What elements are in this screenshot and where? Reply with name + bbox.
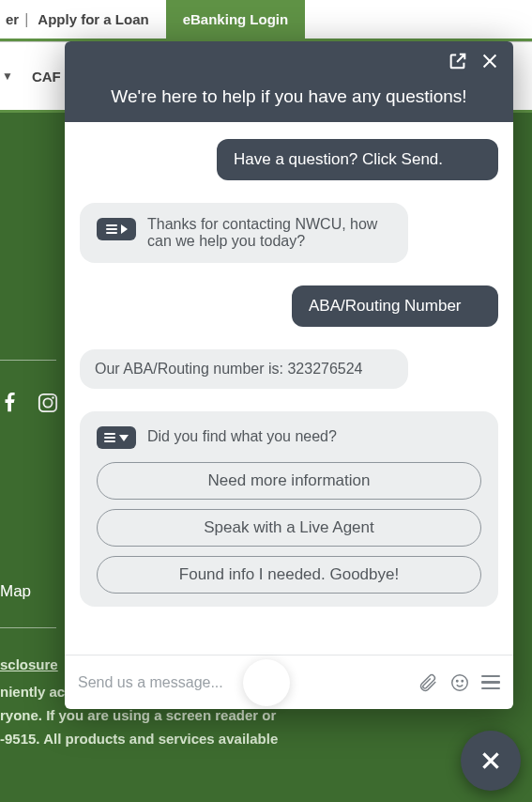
top-bar: er | Apply for a Loan eBanking Login	[0, 0, 532, 41]
social-icons	[0, 393, 58, 417]
bot-text: Thanks for contacting NWCU, how can we h…	[147, 216, 391, 250]
popout-icon[interactable]	[448, 51, 468, 75]
bot-text: Our ABA/Routing number is: 323276524	[95, 361, 363, 378]
facebook-icon[interactable]	[0, 393, 21, 417]
followup-question: Did you find what you need?	[147, 428, 337, 445]
instagram-icon[interactable]	[38, 393, 58, 417]
footer-map-link[interactable]: Map	[0, 582, 31, 601]
separator: |	[24, 11, 28, 28]
emoji-icon[interactable]	[449, 672, 470, 693]
nav-item-partial[interactable]: CAF	[32, 69, 61, 85]
bot-message: Thanks for contacting NWCU, how can we h…	[80, 203, 408, 263]
svg-point-1	[43, 398, 52, 407]
svg-point-3	[452, 674, 468, 690]
footer-text-3: -9515. All products and services availab…	[0, 728, 278, 749]
chat-window: We're here to help if you have any quest…	[65, 41, 513, 709]
chat-title: We're here to help if you have any quest…	[111, 86, 466, 107]
disclosure-link[interactable]: sclosure	[0, 654, 58, 675]
top-link-partial[interactable]: er	[0, 11, 24, 27]
apply-loan-link[interactable]: Apply for a Loan	[32, 11, 154, 27]
menu-list-icon[interactable]	[97, 426, 136, 449]
option-goodbye[interactable]: Found info I needed. Goodbye!	[97, 556, 481, 594]
svg-point-5	[462, 680, 463, 681]
user-message: Have a question? Click Send.	[217, 139, 498, 180]
option-live-agent[interactable]: Speak with a Live Agent	[97, 509, 481, 547]
chat-header: We're here to help if you have any quest…	[65, 41, 513, 122]
nav-caret-icon[interactable]: ▼	[2, 69, 13, 83]
chat-body: Have a question? Click Send. Thanks for …	[65, 122, 513, 655]
svg-rect-0	[39, 394, 56, 411]
scroll-indicator[interactable]	[243, 659, 290, 706]
menu-list-icon[interactable]	[97, 218, 136, 240]
option-more-info[interactable]: Need more information	[97, 462, 481, 500]
attachment-icon[interactable]	[418, 672, 438, 693]
svg-point-4	[457, 680, 458, 681]
user-message: ABA/Routing Number	[292, 285, 498, 327]
bot-message: Our ABA/Routing number is: 323276524	[80, 349, 408, 389]
svg-point-2	[52, 396, 54, 399]
followup-options: Did you find what you need? Need more in…	[80, 411, 498, 607]
close-icon[interactable]	[479, 51, 500, 75]
chat-menu-icon[interactable]	[481, 675, 500, 690]
ebanking-login-tab[interactable]: eBanking Login	[166, 0, 306, 39]
close-chat-fab[interactable]	[461, 731, 521, 791]
